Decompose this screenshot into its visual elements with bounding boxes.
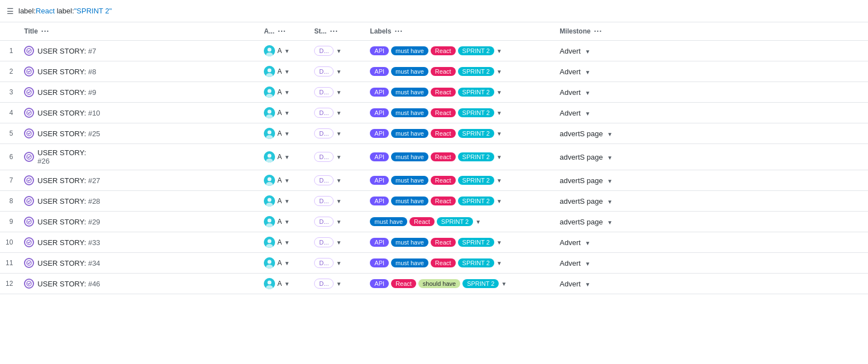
- label-badge[interactable]: API: [370, 88, 389, 97]
- status-dropdown[interactable]: ▼: [336, 260, 341, 266]
- label-badge[interactable]: must have: [391, 129, 428, 138]
- label-badge[interactable]: SPRINT 2: [458, 67, 494, 76]
- row-title[interactable]: USER STORY: #33: [18, 232, 258, 253]
- assignee-dropdown[interactable]: ▼: [284, 198, 290, 204]
- label-badge[interactable]: API: [370, 279, 389, 288]
- label-badge[interactable]: API: [370, 176, 389, 185]
- label-badge[interactable]: API: [370, 67, 389, 76]
- status-dropdown[interactable]: ▼: [336, 178, 341, 184]
- assignee-dropdown[interactable]: ▼: [284, 281, 290, 287]
- labels-dropdown[interactable]: ▼: [496, 260, 502, 266]
- milestone-dropdown[interactable]: ▼: [607, 219, 613, 226]
- label-badge[interactable]: SPRINT 2: [458, 176, 494, 185]
- status-dropdown[interactable]: ▼: [336, 219, 341, 225]
- milestone-dropdown[interactable]: ▼: [585, 90, 591, 96]
- row-title[interactable]: USER STORY: #8: [18, 61, 258, 82]
- labels-dropdown[interactable]: ▼: [496, 178, 502, 184]
- row-title[interactable]: USER STORY: #29: [18, 212, 258, 232]
- label-badge[interactable]: API: [370, 108, 389, 117]
- status-dropdown[interactable]: ▼: [336, 154, 341, 160]
- milestone-dropdown[interactable]: ▼: [607, 199, 613, 205]
- label-badge[interactable]: must have: [391, 67, 428, 76]
- row-title[interactable]: USER STORY: #7: [18, 41, 258, 61]
- row-title[interactable]: USER STORY: #10: [18, 103, 258, 123]
- label-badge[interactable]: must have: [391, 46, 428, 55]
- milestone-dropdown[interactable]: ▼: [607, 155, 613, 161]
- status-dropdown[interactable]: ▼: [336, 89, 341, 95]
- milestone-dropdown[interactable]: ▼: [607, 178, 613, 184]
- labels-dropdown[interactable]: ▼: [496, 48, 502, 54]
- label-badge[interactable]: must have: [370, 217, 407, 226]
- row-title[interactable]: USER STORY: #27: [18, 170, 258, 191]
- assignee-dropdown[interactable]: ▼: [284, 260, 290, 266]
- label-badge[interactable]: SPRINT 2: [458, 46, 494, 55]
- label-badge[interactable]: React: [409, 217, 435, 226]
- label-badge[interactable]: must have: [391, 152, 428, 161]
- label-badge[interactable]: SPRINT 2: [458, 129, 494, 138]
- status-dropdown[interactable]: ▼: [336, 240, 341, 246]
- label-badge[interactable]: SPRINT 2: [458, 152, 494, 161]
- label-badge[interactable]: React: [431, 152, 456, 161]
- assignee-dropdown[interactable]: ▼: [284, 154, 290, 160]
- label-badge[interactable]: React: [431, 258, 456, 267]
- label-badge[interactable]: React: [431, 197, 456, 205]
- labels-dropdown[interactable]: ▼: [496, 198, 502, 204]
- label-badge[interactable]: must have: [391, 108, 428, 117]
- assignee-dropdown[interactable]: ▼: [284, 240, 290, 246]
- label-badge[interactable]: API: [370, 152, 389, 161]
- label-badge[interactable]: must have: [391, 258, 428, 267]
- label-badge[interactable]: API: [370, 46, 389, 55]
- row-title[interactable]: USER STORY: #25: [18, 123, 258, 144]
- milestone-dropdown[interactable]: ▼: [585, 240, 591, 246]
- label-badge[interactable]: API: [370, 238, 389, 247]
- label-badge[interactable]: React: [431, 129, 456, 138]
- assignee-dropdown[interactable]: ▼: [284, 69, 290, 75]
- label-badge[interactable]: must have: [391, 238, 428, 247]
- labels-dropdown[interactable]: ▼: [496, 69, 502, 75]
- label-badge[interactable]: SPRINT 2: [458, 238, 494, 247]
- label-badge[interactable]: SPRINT 2: [437, 217, 473, 226]
- assignee-dropdown[interactable]: ▼: [284, 131, 290, 137]
- label-badge[interactable]: SPRINT 2: [458, 108, 494, 117]
- label-badge[interactable]: should have: [418, 279, 460, 288]
- milestone-dropdown[interactable]: ▼: [585, 49, 591, 55]
- row-title[interactable]: USER STORY: #34: [18, 253, 258, 274]
- milestone-dropdown[interactable]: ▼: [585, 281, 591, 288]
- label-badge[interactable]: SPRINT 2: [458, 258, 494, 267]
- label-badge[interactable]: SPRINT 2: [462, 279, 499, 288]
- labels-dropdown[interactable]: ▼: [501, 281, 507, 287]
- col-labels-more[interactable]: ···: [394, 27, 403, 36]
- status-dropdown[interactable]: ▼: [336, 131, 341, 137]
- assignee-dropdown[interactable]: ▼: [284, 89, 290, 95]
- labels-dropdown[interactable]: ▼: [496, 89, 502, 95]
- labels-dropdown[interactable]: ▼: [496, 154, 502, 160]
- row-title[interactable]: USER STORY: #46: [18, 274, 258, 294]
- label-badge[interactable]: API: [370, 258, 389, 267]
- label-badge[interactable]: API: [370, 129, 389, 138]
- col-title-more[interactable]: ···: [41, 27, 50, 36]
- milestone-dropdown[interactable]: ▼: [585, 261, 591, 267]
- status-dropdown[interactable]: ▼: [336, 198, 341, 204]
- label-badge[interactable]: React: [431, 67, 456, 76]
- label-badge[interactable]: React: [431, 46, 456, 55]
- status-dropdown[interactable]: ▼: [336, 48, 341, 54]
- labels-dropdown[interactable]: ▼: [496, 131, 502, 137]
- labels-dropdown[interactable]: ▼: [496, 110, 502, 116]
- status-dropdown[interactable]: ▼: [336, 110, 341, 116]
- row-title[interactable]: USER STORY: #26: [18, 144, 258, 170]
- milestone-dropdown[interactable]: ▼: [585, 69, 591, 75]
- label-badge[interactable]: React: [431, 176, 456, 185]
- label-badge[interactable]: SPRINT 2: [458, 88, 494, 97]
- label-badge[interactable]: SPRINT 2: [458, 197, 494, 205]
- assignee-dropdown[interactable]: ▼: [284, 219, 290, 225]
- label-badge[interactable]: React: [391, 279, 416, 288]
- label-badge[interactable]: React: [431, 88, 456, 97]
- row-title[interactable]: USER STORY: #9: [18, 82, 258, 103]
- assignee-dropdown[interactable]: ▼: [284, 110, 290, 116]
- label-badge[interactable]: must have: [391, 88, 428, 97]
- assignee-dropdown[interactable]: ▼: [284, 48, 290, 54]
- col-status-more[interactable]: ···: [330, 27, 338, 36]
- milestone-dropdown[interactable]: ▼: [585, 111, 591, 117]
- col-milestone-more[interactable]: ···: [594, 27, 602, 36]
- milestone-dropdown[interactable]: ▼: [607, 131, 613, 137]
